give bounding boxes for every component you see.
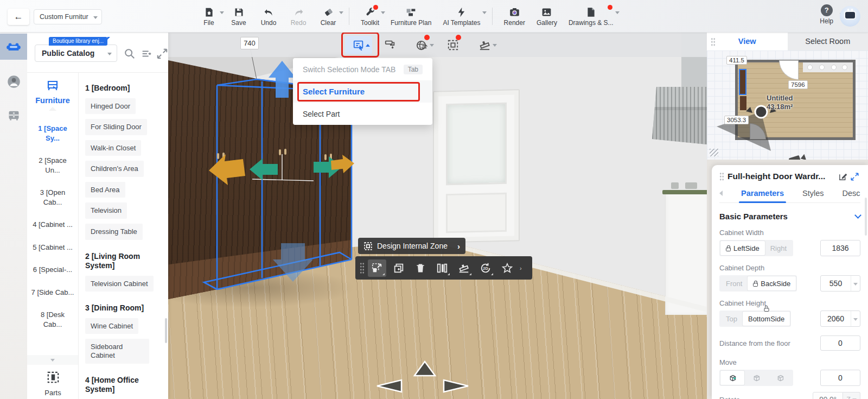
camera-nav-arrows[interactable] [377, 362, 468, 392]
project-selector[interactable]: Custom Furnitur [34, 9, 102, 24]
tab-parameters[interactable]: Parameters [741, 189, 784, 198]
catalog-item[interactable]: Walk-in Closet [85, 140, 141, 156]
category-item[interactable]: 6 [Special-... [27, 265, 78, 275]
redo-button[interactable]: Redo [289, 7, 308, 27]
furniture-library-tab[interactable] [0, 34, 27, 60]
properties-card: Full-height Door Wardr... Parameters Sty… [712, 165, 868, 399]
category-item[interactable]: 8 [Desk Cab... [27, 310, 78, 329]
move-arrow-green-left[interactable] [250, 159, 278, 180]
catalog-item[interactable]: Bed Area [85, 182, 125, 198]
my-models-tab[interactable] [0, 102, 27, 128]
drawings-button[interactable]: Drawings & S... [569, 7, 614, 27]
my-account-tab[interactable] [0, 68, 27, 94]
catalog-item[interactable]: Television [85, 202, 127, 219]
scale-button[interactable] [368, 259, 386, 277]
toolbar-drag-handle[interactable] [360, 262, 365, 274]
catalog-item[interactable]: Dressing Table [85, 224, 143, 240]
file-button[interactable]: File [200, 7, 218, 27]
category-item[interactable]: 3 [Open Cab... [27, 188, 78, 207]
minimap-drag-handle[interactable] [711, 37, 716, 46]
category-item[interactable]: 4 [Cabinet ... [27, 220, 78, 230]
favorite-button[interactable] [498, 259, 516, 277]
toolkit-button[interactable]: Toolkit [361, 7, 379, 27]
robot-eye [847, 9, 849, 11]
duplicate-button[interactable] [390, 259, 408, 277]
tab-select-room[interactable]: Select Room [788, 33, 868, 50]
rotate-value[interactable]: 90.0° [813, 392, 843, 399]
category-scroll-down[interactable] [27, 355, 78, 365]
ai-templates-button[interactable]: AI Templates [443, 7, 480, 27]
catalog-item[interactable]: Sideboard Cabinet [85, 339, 149, 363]
gallery-button[interactable]: Gallery [537, 7, 557, 27]
save-button[interactable]: Save [229, 7, 248, 27]
menu-item-select-part[interactable]: Select Part [293, 103, 432, 125]
catalog-item[interactable]: Children's Area [85, 161, 144, 177]
selection-mode-button[interactable] [345, 36, 372, 54]
expand-panel-icon[interactable] [156, 48, 168, 60]
replace-model-button[interactable] [408, 36, 435, 54]
tab-parts[interactable]: Parts [27, 370, 79, 397]
tabs-scroll-left[interactable] [719, 191, 723, 196]
rotate-2d-button[interactable]: 2D [476, 259, 495, 277]
move-axis-z[interactable] [768, 371, 792, 385]
option-front[interactable]: Front [720, 276, 748, 290]
cabinet-width-input[interactable] [820, 240, 860, 256]
category-item[interactable]: 7 [Side Cab... [27, 288, 78, 297]
expand-panel-icon[interactable] [851, 173, 859, 181]
search-icon[interactable] [124, 48, 136, 60]
catalog-item[interactable]: Hinged Door [85, 98, 136, 115]
items-scrollbar[interactable] [165, 318, 167, 343]
filter-list-icon[interactable] [141, 48, 152, 60]
back-button[interactable]: ← [8, 9, 29, 25]
caret-down-icon [493, 44, 497, 47]
furniture-plan-button[interactable]: Furniture Plan [391, 7, 431, 27]
minimap-floorplan[interactable]: 411.5 7596 3053.3 Untitled 43.18m² [707, 50, 868, 160]
catalog-selector[interactable]: Public Catalog [35, 45, 117, 62]
menu-item-select-furniture[interactable]: Select Furniture [293, 80, 432, 103]
move-arrow-blue-up[interactable] [269, 61, 296, 98]
option-top[interactable]: Top [720, 312, 743, 326]
move-axis-y[interactable] [744, 371, 768, 385]
tab-view[interactable]: View [707, 33, 788, 50]
category-item[interactable]: 5 [Cabinet ... [27, 243, 78, 252]
catalog-item[interactable]: Wine Cabinet [85, 318, 138, 334]
partition-button[interactable] [433, 259, 451, 277]
properties-scrollbar[interactable] [865, 198, 867, 236]
catalog-item[interactable]: For Sliding Door [85, 119, 147, 135]
distance-input[interactable] [820, 335, 860, 351]
cabinet-depth-select[interactable]: 550 [820, 275, 860, 292]
level-button[interactable] [455, 259, 473, 277]
toolbar-expand-button[interactable]: › [520, 256, 526, 280]
category-item[interactable]: 1 [Space Sy... [27, 124, 78, 143]
minimap-resize-handle[interactable] [710, 149, 718, 156]
properties-drag-handle[interactable] [719, 172, 724, 181]
design-internal-zone-button[interactable]: Design Internal Zone › [358, 238, 465, 254]
render-button[interactable]: Render [504, 7, 525, 27]
move-axis-x[interactable] [720, 371, 744, 385]
cabinet-height-select[interactable]: 2060 [820, 311, 860, 327]
category-item[interactable]: 2 [Space Un... [27, 156, 78, 175]
tab-styles[interactable]: Styles [802, 189, 824, 198]
tab-desc[interactable]: Desc [843, 189, 860, 198]
undo-button[interactable]: Undo [259, 7, 278, 27]
rotate-axis-select[interactable]: Z [843, 392, 860, 399]
catalog-item[interactable]: Television Cabinet [85, 276, 154, 292]
collapse-section-icon[interactable] [854, 212, 861, 219]
measure-tool-button[interactable] [471, 36, 498, 54]
zone-select-button[interactable] [439, 36, 467, 54]
move-input[interactable] [820, 370, 860, 386]
option-right[interactable]: Right [765, 241, 792, 255]
option-leftside[interactable]: LeftSide [720, 241, 765, 255]
help-button[interactable]: ? Help [820, 4, 833, 25]
select-caret[interactable] [851, 276, 860, 291]
move-arrow-orange-left[interactable] [209, 154, 245, 185]
option-backside[interactable]: BackSide [748, 276, 796, 290]
option-bottomside[interactable]: BottomSide [743, 312, 790, 326]
clear-button[interactable]: Clear [319, 7, 337, 27]
assistant-avatar[interactable] [840, 6, 860, 27]
paint-material-button[interactable] [376, 36, 404, 54]
tab-furniture[interactable]: Furniture [27, 73, 78, 111]
edit-icon[interactable] [838, 172, 847, 181]
delete-button[interactable] [411, 259, 430, 277]
select-caret[interactable] [851, 311, 860, 326]
